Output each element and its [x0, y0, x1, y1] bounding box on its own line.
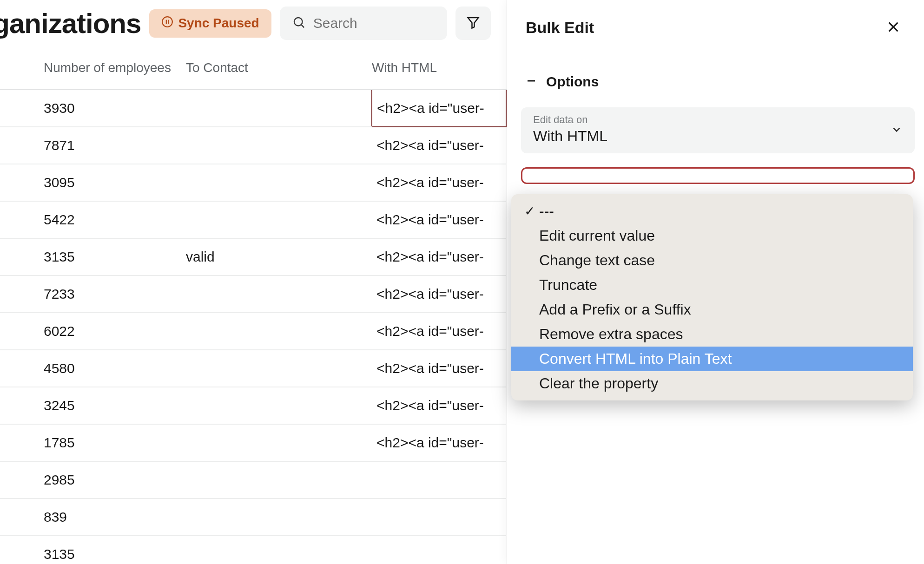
cell-html[interactable]: <h2><a id="user-: [372, 164, 506, 201]
filter-icon: [466, 15, 480, 31]
cell-contact[interactable]: [186, 387, 372, 424]
panel-header: Bulk Edit: [507, 0, 924, 55]
column-header-employees[interactable]: Number of employees: [0, 46, 186, 90]
cell-employees[interactable]: 3245: [0, 387, 186, 424]
cell-html[interactable]: <h2><a id="user-: [372, 127, 506, 164]
options-label: Options: [546, 74, 599, 90]
cell-employees[interactable]: 7871: [0, 127, 186, 164]
sync-status-badge[interactable]: Sync Paused: [149, 9, 271, 38]
table-row[interactable]: 3135valid<h2><a id="user-: [0, 238, 506, 275]
close-button[interactable]: [886, 20, 901, 36]
cell-contact[interactable]: [186, 90, 372, 127]
page-title: rganizations: [0, 7, 141, 39]
column-header-html[interactable]: With HTML: [372, 46, 506, 90]
main-content: rganizations Sync Paused: [0, 0, 507, 564]
cell-html[interactable]: [372, 498, 506, 536]
svg-line-4: [301, 25, 304, 28]
svg-point-3: [294, 18, 303, 26]
dropdown-item[interactable]: Edit current value: [511, 223, 913, 248]
dropdown-item-label: Clear the property: [536, 375, 658, 392]
column-header-contact[interactable]: To Contact: [186, 46, 372, 90]
filter-button[interactable]: [455, 7, 491, 40]
sync-status-label: Sync Paused: [178, 16, 259, 31]
table-row[interactable]: 2985: [0, 461, 506, 498]
dropdown-item[interactable]: Convert HTML into Plain Text: [511, 347, 913, 371]
table-row[interactable]: 3245<h2><a id="user-: [0, 387, 506, 424]
cell-contact[interactable]: [186, 536, 372, 564]
cell-html[interactable]: <h2><a id="user-: [372, 387, 506, 424]
cell-employees[interactable]: 4580: [0, 350, 186, 387]
cell-contact[interactable]: [186, 127, 372, 164]
cell-employees[interactable]: 2985: [0, 461, 186, 498]
search-icon: [292, 15, 306, 31]
cell-contact[interactable]: [186, 313, 372, 350]
cell-contact[interactable]: [186, 424, 372, 461]
action-dropdown[interactable]: ✓---Edit current valueChange text caseTr…: [511, 194, 913, 400]
cell-employees[interactable]: 5422: [0, 201, 186, 238]
cell-employees[interactable]: 3135: [0, 238, 186, 275]
dropdown-item-label: Edit current value: [536, 227, 655, 244]
edit-data-on-select[interactable]: Edit data on With HTML: [521, 107, 915, 153]
dropdown-item[interactable]: Remove extra spaces: [511, 322, 913, 347]
cell-contact[interactable]: [186, 461, 372, 498]
cell-html[interactable]: <h2><a id="user-: [372, 90, 506, 127]
cell-html[interactable]: <h2><a id="user-: [372, 424, 506, 461]
chevron-down-icon: [891, 124, 903, 138]
dropdown-item[interactable]: Change text case: [511, 248, 913, 273]
dropdown-item[interactable]: ✓---: [511, 199, 913, 223]
edit-data-on-label: Edit data on: [533, 114, 903, 126]
table-row[interactable]: 3930<h2><a id="user-: [0, 90, 506, 127]
dropdown-item-label: Remove extra spaces: [536, 326, 683, 343]
table-row[interactable]: 7233<h2><a id="user-: [0, 275, 506, 313]
dropdown-item[interactable]: Truncate: [511, 273, 913, 297]
cell-html[interactable]: [372, 461, 506, 498]
cell-employees[interactable]: 1785: [0, 424, 186, 461]
cell-employees[interactable]: 839: [0, 498, 186, 536]
dropdown-item-label: Change text case: [536, 252, 655, 269]
table-row[interactable]: 3135: [0, 536, 506, 564]
dropdown-item-label: Convert HTML into Plain Text: [536, 350, 732, 367]
cell-html[interactable]: <h2><a id="user-: [372, 275, 506, 313]
cell-html[interactable]: <h2><a id="user-: [372, 313, 506, 350]
svg-point-0: [163, 17, 173, 27]
cell-html[interactable]: [372, 536, 506, 564]
cell-contact[interactable]: [186, 275, 372, 313]
pause-icon: [161, 16, 173, 31]
table-row[interactable]: 5422<h2><a id="user-: [0, 201, 506, 238]
table-row[interactable]: 839: [0, 498, 506, 536]
search-box[interactable]: [280, 7, 447, 40]
dropdown-item[interactable]: Clear the property: [511, 371, 913, 396]
cell-employees[interactable]: 3930: [0, 90, 186, 127]
cell-html[interactable]: <h2><a id="user-: [372, 350, 506, 387]
options-section-header[interactable]: Options: [507, 55, 924, 99]
table-row[interactable]: 1785<h2><a id="user-: [0, 424, 506, 461]
table-row[interactable]: 4580<h2><a id="user-: [0, 350, 506, 387]
close-icon: [886, 28, 901, 36]
page-header: rganizations Sync Paused: [0, 0, 507, 46]
cell-employees[interactable]: 3095: [0, 164, 186, 201]
cell-employees[interactable]: 6022: [0, 313, 186, 350]
minus-icon: [526, 75, 537, 88]
dropdown-item-label: ---: [536, 203, 554, 220]
panel-title: Bulk Edit: [526, 19, 594, 37]
table-row[interactable]: 7871<h2><a id="user-: [0, 127, 506, 164]
cell-contact[interactable]: [186, 350, 372, 387]
table-row[interactable]: 3095<h2><a id="user-: [0, 164, 506, 201]
table-row[interactable]: 6022<h2><a id="user-: [0, 313, 506, 350]
cell-contact[interactable]: [186, 164, 372, 201]
cell-employees[interactable]: 3135: [0, 536, 186, 564]
cell-employees[interactable]: 7233: [0, 275, 186, 313]
data-table: Number of employees To Contact With HTML…: [0, 46, 507, 564]
svg-marker-5: [468, 18, 478, 28]
dropdown-item[interactable]: Add a Prefix or a Suffix: [511, 297, 913, 322]
edit-data-on-value: With HTML: [533, 128, 903, 145]
cell-contact[interactable]: [186, 498, 372, 536]
cell-html[interactable]: <h2><a id="user-: [372, 201, 506, 238]
search-input[interactable]: [313, 15, 435, 31]
check-icon: ✓: [522, 203, 536, 219]
dropdown-item-label: Add a Prefix or a Suffix: [536, 301, 691, 318]
cell-html[interactable]: <h2><a id="user-: [372, 238, 506, 275]
cell-contact[interactable]: valid: [186, 238, 372, 275]
cell-contact[interactable]: [186, 201, 372, 238]
action-select[interactable]: [521, 167, 915, 184]
